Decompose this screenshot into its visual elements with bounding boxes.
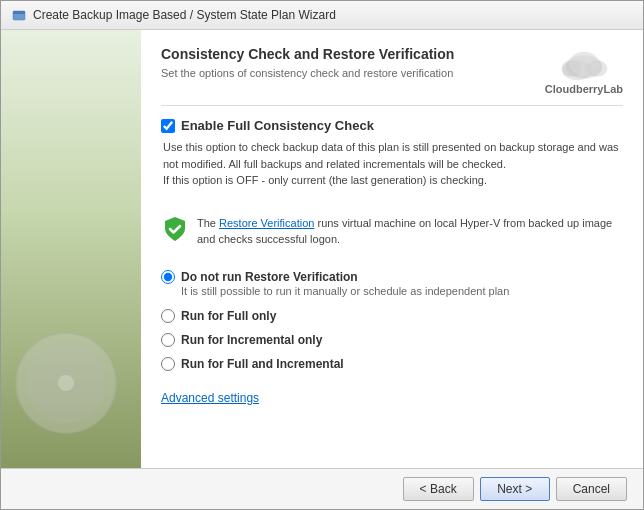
radio-incremental-only-label[interactable]: Run for Incremental only: [181, 333, 322, 347]
radio-no-run-desc: It is still possible to run it manually …: [181, 284, 623, 299]
radio-full-incremental-label[interactable]: Run for Full and Incremental: [181, 357, 344, 371]
section-description: Set the options of consistency check and…: [161, 66, 454, 81]
consistency-check-row: Enable Full Consistency Check: [161, 118, 623, 133]
back-button[interactable]: < Back: [403, 477, 474, 501]
logo-area: CloudberryLab: [545, 46, 623, 95]
window-icon: [11, 7, 27, 23]
svg-rect-1: [13, 11, 25, 14]
restore-info-text: The Restore Verification runs virtual ma…: [197, 215, 623, 248]
svg-point-4: [58, 375, 74, 391]
header-section: Consistency Check and Restore Verificati…: [161, 46, 623, 106]
cancel-button[interactable]: Cancel: [556, 477, 627, 501]
consistency-check-checkbox[interactable]: [161, 119, 175, 133]
advanced-settings-link[interactable]: Advanced settings: [161, 391, 259, 405]
disc-illustration: [11, 328, 121, 438]
radio-no-run[interactable]: [161, 270, 175, 284]
radio-incremental-only[interactable]: [161, 333, 175, 347]
radio-no-run-label[interactable]: Do not run Restore Verification: [181, 270, 358, 284]
restore-info-box: The Restore Verification runs virtual ma…: [161, 209, 623, 254]
radio-group: Do not run Restore Verification It is st…: [161, 270, 623, 371]
content-area: Consistency Check and Restore Verificati…: [1, 30, 643, 468]
title-bar: Create Backup Image Based / System State…: [1, 1, 643, 30]
radio-item-full-only: Run for Full only: [161, 309, 623, 323]
radio-row-full-only: Run for Full only: [161, 309, 623, 323]
footer: < Back Next > Cancel: [1, 468, 643, 509]
radio-row-incremental-only: Run for Incremental only: [161, 333, 623, 347]
consistency-check-label[interactable]: Enable Full Consistency Check: [181, 118, 374, 133]
main-panel: Consistency Check and Restore Verificati…: [141, 30, 643, 468]
radio-row-no-run: Do not run Restore Verification: [161, 270, 623, 284]
shield-check-icon: [161, 215, 189, 243]
left-panel: [1, 30, 141, 468]
wizard-window: Create Backup Image Based / System State…: [0, 0, 644, 510]
section-title: Consistency Check and Restore Verificati…: [161, 46, 454, 62]
restore-info-prefix: The: [197, 217, 219, 229]
consistency-check-description: Use this option to check backup data of …: [163, 139, 623, 189]
radio-item-full-incremental: Run for Full and Incremental: [161, 357, 623, 371]
radio-row-full-incremental: Run for Full and Incremental: [161, 357, 623, 371]
title-bar-text: Create Backup Image Based / System State…: [33, 8, 336, 22]
radio-full-only[interactable]: [161, 309, 175, 323]
next-button[interactable]: Next >: [480, 477, 550, 501]
svg-point-10: [569, 52, 599, 75]
radio-item-no-run: Do not run Restore Verification It is st…: [161, 270, 623, 299]
section-body: Enable Full Consistency Check Use this o…: [161, 118, 623, 458]
radio-full-only-label[interactable]: Run for Full only: [181, 309, 276, 323]
radio-item-incremental-only: Run for Incremental only: [161, 333, 623, 347]
logo-text: CloudberryLab: [545, 83, 623, 95]
header-text: Consistency Check and Restore Verificati…: [161, 46, 454, 81]
cloud-icon: [559, 46, 609, 81]
restore-verification-link[interactable]: Restore Verification: [219, 217, 314, 229]
radio-full-incremental[interactable]: [161, 357, 175, 371]
